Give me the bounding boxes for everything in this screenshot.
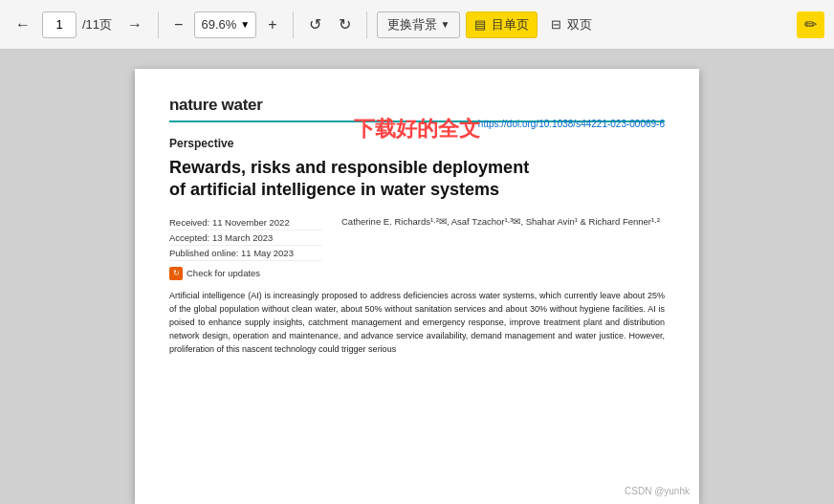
meta-section: Received: 11 November 2022 Accepted: 13 … xyxy=(169,215,665,280)
main-area: 下载好的全文 nature water Perspective https://… xyxy=(0,50,834,504)
chinese-watermark: 下载好的全文 xyxy=(354,115,480,143)
single-page-icon: ▤ xyxy=(474,17,486,32)
page-total: /11页 xyxy=(82,16,112,33)
rotate-left-button[interactable]: ↺ xyxy=(303,11,327,37)
divider-1 xyxy=(158,11,159,38)
check-updates-icon: ↻ xyxy=(169,267,183,280)
article-title: Rewards, risks and responsible deploymen… xyxy=(169,157,665,202)
article-type: Perspective xyxy=(169,137,233,150)
check-updates-label: Check for updates xyxy=(187,268,260,278)
divider-2 xyxy=(293,11,294,38)
divider-3 xyxy=(366,11,367,38)
doi-link[interactable]: https://doi.org/10.1038/s44221-023-00069… xyxy=(478,119,665,129)
published-date: Published online: 11 May 2023 xyxy=(169,246,322,261)
page-number-input[interactable] xyxy=(42,11,77,38)
authors-column: Catherine E. Richards¹·²✉, Asaf Tzachor¹… xyxy=(341,215,665,280)
prev-page-button[interactable]: ← xyxy=(10,12,36,37)
zoom-chevron-icon: ▼ xyxy=(240,19,250,30)
rotate-right-button[interactable]: ↻ xyxy=(333,11,357,37)
single-page-button[interactable]: ▤ 目单页 xyxy=(466,11,538,38)
accepted-date: Accepted: 13 March 2023 xyxy=(169,230,322,246)
authors-text: Catherine E. Richards¹·²✉, Asaf Tzachor¹… xyxy=(341,215,665,229)
journal-name: nature water xyxy=(169,96,263,114)
abstract-text: Artificial intelligence (AI) is increasi… xyxy=(169,290,665,357)
bg-change-button[interactable]: 更换背景 ▼ xyxy=(377,11,461,38)
double-page-button[interactable]: ⊟ 双页 xyxy=(543,11,600,38)
toolbar: ← /11页 → − 69.6% ▼ + ↺ ↻ 更换背景 ▼ ▤ 目单页 ⊟ … xyxy=(0,0,834,50)
zoom-selector[interactable]: 69.6% ▼ xyxy=(194,11,256,38)
bg-label: 更换背景 xyxy=(387,16,437,33)
bg-chevron-icon: ▼ xyxy=(441,19,450,30)
check-updates-row[interactable]: ↻ Check for updates xyxy=(169,267,322,280)
next-page-button[interactable]: → xyxy=(121,12,148,37)
dates-column: Received: 11 November 2022 Accepted: 13 … xyxy=(169,215,322,280)
zoom-in-button[interactable]: + xyxy=(262,12,282,37)
zoom-out-button[interactable]: − xyxy=(168,12,188,37)
zoom-level: 69.6% xyxy=(201,17,236,32)
pdf-page: 下载好的全文 nature water Perspective https://… xyxy=(135,69,699,504)
pen-button[interactable]: ✏ xyxy=(797,11,824,38)
double-page-icon: ⊟ xyxy=(551,17,561,32)
received-date: Received: 11 November 2022 xyxy=(169,215,322,230)
csdn-watermark: CSDN @yunhk xyxy=(625,486,690,496)
